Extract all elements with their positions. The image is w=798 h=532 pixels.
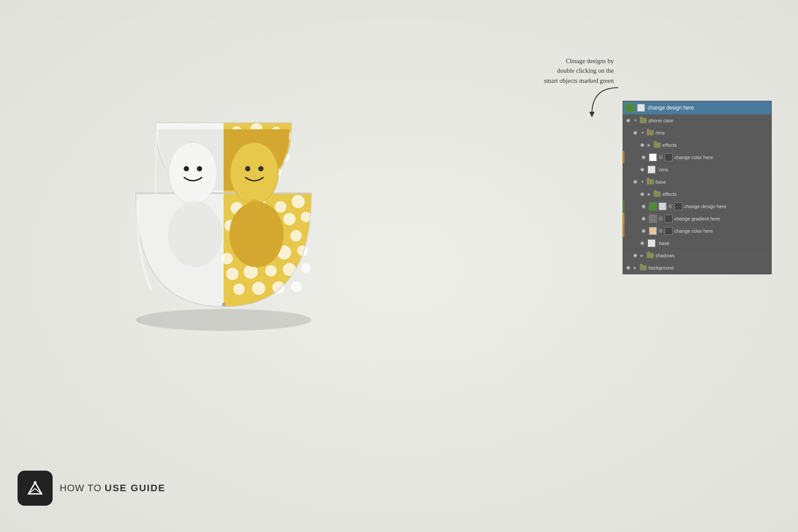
eye-icon[interactable]: ◉	[639, 166, 646, 173]
footer-guide: HOW TO USE GUIDE	[18, 471, 166, 506]
layer-row-change-color-2[interactable]: ◉ ⛓ change color here	[623, 225, 771, 237]
arrow-icon[interactable]: ▶	[641, 253, 645, 258]
layer-thumb-checker-base	[648, 239, 656, 247]
layers-panel-header[interactable]: change design here	[623, 101, 771, 114]
smart-thumb-icon	[637, 104, 645, 112]
layers-panel: change design here ◉ ▼ phone case ◉ ▼ ri…	[623, 101, 772, 274]
layer-thumb-checker	[648, 166, 656, 174]
svg-point-19	[226, 268, 239, 280]
curved-arrow-icon	[583, 83, 627, 118]
layer-row-change-gradient[interactable]: ◉ ⛓ change gradient here	[623, 213, 771, 225]
folder-icon	[654, 192, 661, 197]
svg-point-14	[221, 253, 233, 264]
layer-row-effects-2[interactable]: ◉ ▶ effects	[623, 188, 771, 200]
eye-icon[interactable]: ◉	[639, 191, 646, 198]
eye-icon[interactable]: ◉	[640, 154, 647, 161]
svg-point-21	[265, 265, 277, 277]
eye-icon[interactable]: ◉	[639, 240, 646, 247]
svg-point-56	[168, 202, 222, 267]
svg-point-29	[222, 303, 225, 306]
layer-row-rims-layer[interactable]: ◉ rims	[623, 163, 771, 176]
eye-icon[interactable]: ◉	[632, 252, 639, 259]
arrow-icon[interactable]: ▶	[634, 266, 638, 270]
svg-point-0	[136, 309, 311, 331]
layer-row-change-color-1[interactable]: ◉ ⛓ change color here	[623, 151, 771, 163]
layer-thumb-dark-grad	[665, 215, 673, 223]
layer-thumb-dark	[665, 153, 673, 161]
layer-label-effects-1: effects	[663, 142, 770, 148]
layer-row-background[interactable]: ◉ ▶ background	[623, 262, 771, 274]
eye-icon[interactable]: ◉	[625, 117, 632, 124]
layer-label-effects-2: effects	[663, 192, 770, 197]
layer-label-change-design-2: change design here	[684, 204, 770, 209]
layer-row-effects-1[interactable]: ◉ ▶ effects	[623, 139, 771, 151]
svg-point-25	[252, 282, 265, 295]
guide-logo	[18, 471, 53, 506]
svg-point-57	[229, 202, 284, 267]
layer-thumb-dark-design	[674, 202, 682, 210]
chain-icon: ⛓	[659, 216, 663, 222]
arrow-icon[interactable]: ▶	[648, 192, 652, 196]
eye-icon[interactable]: ◉	[632, 178, 639, 185]
eye-icon[interactable]: ◉	[632, 129, 639, 136]
eye-icon[interactable]: ◉	[640, 227, 647, 234]
folder-icon	[647, 253, 654, 258]
layer-label-background: background	[648, 265, 770, 270]
svg-point-27	[291, 281, 302, 292]
folder-icon	[640, 118, 647, 123]
layer-label-base-layer: base	[657, 241, 770, 246]
folder-icon	[647, 130, 654, 135]
layer-label-base-folder: base	[656, 179, 770, 184]
eye-icon[interactable]: ◉	[625, 264, 632, 271]
svg-point-23	[301, 263, 311, 273]
svg-point-46	[169, 142, 217, 204]
svg-marker-58	[589, 112, 595, 117]
svg-point-50	[197, 166, 202, 171]
layer-thumb-dark-color	[665, 227, 673, 235]
svg-point-55	[258, 166, 264, 171]
svg-point-8	[283, 213, 296, 225]
layer-thumb-smart-design	[659, 202, 666, 210]
layer-thumb-gray	[649, 215, 657, 223]
svg-point-22	[283, 263, 296, 276]
layer-row-change-design-2[interactable]: ◉ ⛓ change design here	[623, 200, 771, 213]
svg-point-4	[292, 195, 305, 208]
svg-point-51	[230, 142, 278, 204]
eye-icon[interactable]: ◉	[640, 203, 647, 210]
layer-row-base-folder[interactable]: ◉ ▼ base	[623, 176, 771, 188]
arrow-icon[interactable]: ▼	[641, 131, 645, 135]
svg-point-24	[233, 284, 245, 295]
instruction-text: Chnage designs by double clicking on the…	[544, 56, 614, 85]
layer-row-shadows[interactable]: ◉ ▶ shadows	[623, 249, 771, 262]
svg-point-3	[275, 201, 286, 213]
layer-row-base-layer[interactable]: ◉ base	[623, 237, 771, 249]
layer-thumb-white	[649, 153, 657, 161]
folder-icon	[654, 142, 661, 148]
layer-label-phone-case: phone case	[648, 118, 770, 123]
eye-icon[interactable]: ◉	[640, 215, 647, 222]
arrow-icon[interactable]: ▼	[641, 180, 645, 184]
arrow-icon[interactable]: ▼	[634, 118, 638, 123]
svg-point-13	[290, 230, 302, 241]
green-thumb-icon	[626, 103, 634, 112]
chain-icon: ⛓	[659, 154, 663, 160]
green-accent-thumb	[649, 202, 657, 210]
svg-point-49	[184, 166, 189, 171]
eye-icon[interactable]: ◉	[639, 142, 646, 149]
chain-icon: ⛓	[659, 228, 663, 234]
layer-label-rims-folder: rims	[656, 130, 770, 135]
layer-label-shadows: shadows	[656, 253, 770, 258]
airpod-illustration	[88, 44, 360, 333]
layer-row-phone-case[interactable]: ◉ ▼ phone case	[623, 114, 771, 127]
svg-point-59	[34, 481, 36, 484]
layer-label-rims-layer: rims	[657, 167, 770, 172]
folder-icon	[647, 179, 654, 184]
layer-thumb-skin	[649, 227, 657, 235]
layer-label-change-color-1: change color here	[674, 155, 770, 160]
svg-point-54	[245, 166, 250, 171]
layer-row-rims-folder[interactable]: ◉ ▼ rims	[623, 127, 771, 139]
chain-icon: ⛓	[668, 203, 673, 209]
arrow-icon[interactable]: ▶	[648, 143, 652, 147]
svg-point-26	[272, 281, 285, 294]
guide-text-label: HOW TO USE GUIDE	[60, 482, 166, 494]
